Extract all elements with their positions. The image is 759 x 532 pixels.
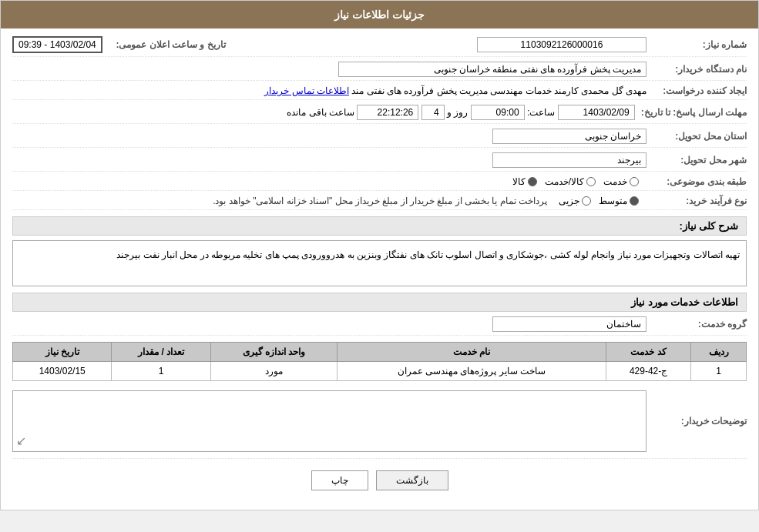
ostan-label: استان محل تحویل: [646, 131, 747, 142]
cell-code: ج-42-429 [606, 362, 691, 381]
radio-motavasset-label: متوسط [599, 196, 627, 206]
radio-khedmat: خدمت [603, 176, 639, 187]
radio-jozii-label: جزیی [559, 196, 579, 206]
print-button[interactable]: چاپ [311, 470, 368, 490]
mohlat-date: 1403/02/09 [558, 105, 635, 120]
radio-kala-khedmat: کالا/خدمت [545, 176, 596, 187]
col-name: نام خدمت [338, 343, 606, 362]
col-code: کد خدمت [606, 343, 691, 362]
ijad-konande-label: ایجاد کننده درخواست: [646, 85, 747, 96]
shomara-niaz-value: 1103092126000016 [477, 37, 646, 52]
radio-khedmat-label: خدمت [603, 176, 627, 187]
radio-jozii: جزیی [559, 196, 591, 206]
col-date: تاریخ نیاز [13, 343, 112, 362]
group-label: گروه خدمت: [646, 319, 747, 330]
radio-jozii-circle[interactable] [582, 196, 591, 206]
table-row: 1ج-42-429ساخت سایر پروژه‌های مهندسی عمرا… [13, 362, 747, 381]
nam-dastgah-value: مدیریت پخش فرآورده های نفتی منطقه خراسان… [338, 62, 646, 77]
tabaqe-label: طبقه بندی موضوعی: [646, 176, 747, 187]
col-radif: ردیف [691, 343, 747, 362]
shahr-value: بیرجند [492, 152, 646, 168]
sharh-label: شرح کلی نیاز: [679, 220, 738, 232]
services-section-title: اطلاعات خدمات مورد نیاز [12, 293, 747, 312]
ijad-konande-row: ایجاد کننده درخواست: مهدی گل محمدی کارمن… [12, 85, 747, 100]
radio-kala-khedmat-circle[interactable] [586, 177, 596, 186]
shomara-niaz-label: شماره نیاز: [646, 39, 747, 50]
nooe-radio-group: متوسط جزیی [559, 196, 639, 206]
radio-kala-circle[interactable] [528, 177, 537, 186]
nam-dastgah-label: نام دستگاه خریدار: [646, 64, 747, 75]
sharh-value: تهیه اتصالات وتجهیزات مورد نیاز وانجام ل… [116, 249, 740, 260]
page-title: جزئیات اطلاعات نیاز [334, 8, 425, 21]
tabaqe-row: طبقه بندی موضوعی: خدمت کالا/خدمت کالا [12, 176, 747, 191]
ostan-value: خراسان جنوبی [492, 129, 646, 144]
tarikh-value: 1403/02/04 - 09:39 [12, 36, 102, 53]
content-area: شماره نیاز: 1103092126000016 تاریخ و ساع… [1, 28, 758, 510]
tabaqe-radio-group: خدمت کالا/خدمت کالا [512, 176, 639, 187]
sharh-box: تهیه اتصالات وتجهیزات مورد نیاز وانجام ل… [12, 240, 747, 286]
services-label: اطلاعات خدمات مورد نیاز [631, 296, 738, 308]
radio-motavasset-circle[interactable] [630, 196, 639, 206]
mohlat-saat-label: ساعت: [527, 107, 555, 118]
services-table: ردیف کد خدمت نام خدمت واحد اندازه گیری ت… [12, 342, 747, 381]
mohlat-saat: 09:00 [471, 105, 525, 120]
cell-quantity: 1 [112, 362, 210, 381]
radio-motavasset: متوسط [599, 196, 639, 206]
col-quantity: تعداد / مقدار [112, 343, 210, 362]
shahr-row: شهر محل تحویل: بیرجند [12, 152, 747, 172]
mohlat-rooz-label: روز و [447, 107, 468, 118]
cell-unit: مورد [210, 362, 337, 381]
cell-radif: 1 [691, 362, 747, 381]
mohlat-baqi-label: ساعت باقی مانده [287, 107, 354, 118]
nooe-farayand-label: نوع فرآیند خرید: [646, 196, 747, 206]
sharh-section-title: شرح کلی نیاز: [12, 216, 747, 236]
tarikh-label: تاریخ و ساعت اعلان عمومی: [102, 39, 226, 50]
toseeh-label: توضیحات خریدار: [646, 416, 747, 427]
shomara-row: شماره نیاز: 1103092126000016 تاریخ و ساع… [12, 36, 747, 57]
cell-name: ساخت سایر پروژه‌های مهندسی عمران [338, 362, 606, 381]
back-button[interactable]: بازگشت [376, 470, 448, 490]
contact-link[interactable]: اطلاعات تماس خریدار [264, 85, 349, 96]
group-value: ساختمان [492, 316, 646, 332]
ostan-row: استان محل تحویل: خراسان جنوبی [12, 129, 747, 148]
nam-dastgah-row: نام دستگاه خریدار: مدیریت پخش فرآورده ها… [12, 62, 747, 81]
shahr-label: شهر محل تحویل: [646, 155, 747, 166]
radio-kala-khedmat-label: کالا/خدمت [545, 176, 584, 187]
radio-kala-label: کالا [512, 176, 526, 187]
group-row: گروه خدمت: ساختمان [12, 316, 747, 336]
radio-kala: کالا [512, 176, 537, 187]
nooe-farayand-row: نوع فرآیند خرید: متوسط جزیی پرداخت تمام … [12, 196, 747, 210]
mohlat-rooz: 4 [421, 105, 445, 120]
ijad-konande-value: مهدی گل محمدی کارمند خدمات مهندسی مدیریت… [351, 85, 646, 96]
mohlat-row: مهلت ارسال پاسخ: تا تاریخ: 1403/02/09 سا… [12, 105, 747, 124]
mohlat-label: مهلت ارسال پاسخ: تا تاریخ: [635, 107, 747, 118]
col-unit: واحد اندازه گیری [210, 343, 337, 362]
cell-date: 1403/02/15 [13, 362, 112, 381]
button-row: بازگشت چاپ [12, 470, 747, 490]
mohlat-baqi: 22:12:26 [357, 105, 418, 120]
radio-khedmat-circle[interactable] [630, 177, 639, 186]
page-wrapper: جزئیات اطلاعات نیاز شماره نیاز: 11030921… [0, 0, 759, 510]
toseeh-row: توضیحات خریدار: [12, 387, 747, 459]
nooe-text: پرداخت تمام یا بخشی از مبلغ خریدار از مب… [213, 196, 547, 206]
page-header: جزئیات اطلاعات نیاز [1, 1, 758, 28]
toseeh-box[interactable] [12, 390, 646, 452]
